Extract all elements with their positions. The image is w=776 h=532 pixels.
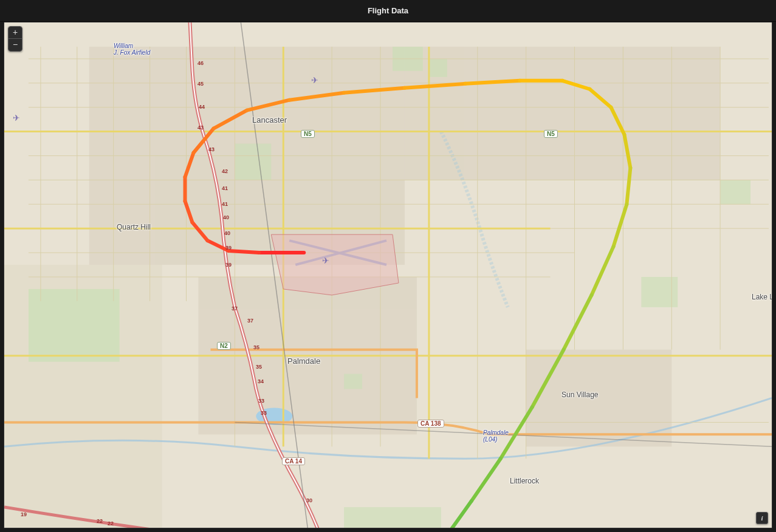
svg-rect-4 bbox=[405, 47, 720, 180]
zoom-out-button[interactable]: − bbox=[9, 39, 22, 51]
svg-text:✈: ✈ bbox=[311, 75, 318, 85]
zoom-in-button[interactable]: + bbox=[9, 27, 22, 39]
title-bar: Flight Data bbox=[0, 0, 776, 22]
zoom-controls: + − bbox=[8, 26, 22, 52]
svg-rect-11 bbox=[641, 277, 678, 307]
svg-text:✈: ✈ bbox=[322, 256, 329, 265]
map-viewport[interactable]: ✈ ✈ ✈ LancasterQuartz HillPalmdaleSun Vi… bbox=[4, 22, 772, 528]
svg-rect-9 bbox=[429, 59, 447, 77]
svg-rect-12 bbox=[344, 507, 441, 528]
attribution-button[interactable]: i bbox=[756, 512, 768, 524]
svg-text:✈: ✈ bbox=[13, 113, 20, 123]
svg-rect-13 bbox=[344, 374, 362, 389]
window-title: Flight Data bbox=[368, 6, 408, 15]
map-canvas: ✈ ✈ ✈ bbox=[4, 22, 772, 528]
svg-rect-6 bbox=[526, 350, 672, 447]
svg-rect-2 bbox=[29, 289, 120, 362]
svg-line-54 bbox=[228, 251, 259, 253]
svg-rect-10 bbox=[720, 180, 750, 204]
svg-rect-7 bbox=[235, 144, 271, 180]
